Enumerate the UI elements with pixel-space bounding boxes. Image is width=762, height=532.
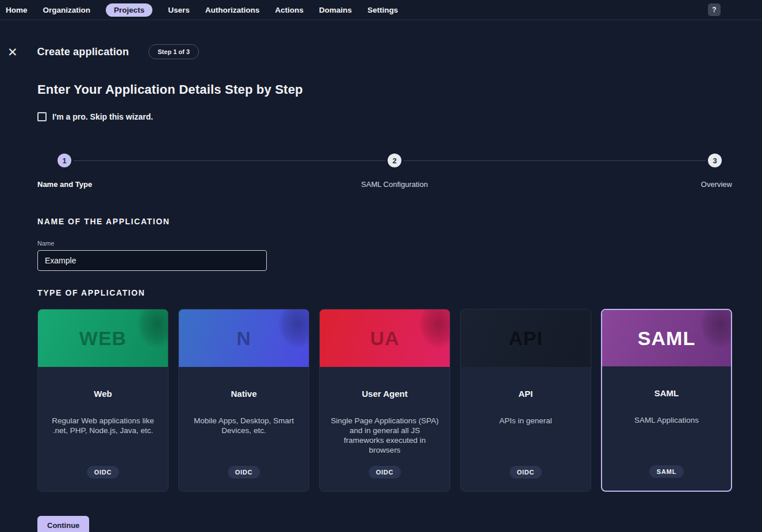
header-blob-decoration (700, 309, 732, 349)
continue-button[interactable]: Continue (37, 516, 89, 532)
card-title: SAML (654, 388, 679, 398)
card-header-saml: SAML (602, 310, 731, 366)
top-navigation: Home Organization Projects Users Authori… (0, 0, 762, 20)
card-description: Mobile Apps, Desktop, Smart Devices, etc… (188, 416, 300, 435)
nav-item-settings[interactable]: Settings (367, 6, 398, 14)
nav-item-home[interactable]: Home (6, 6, 28, 14)
card-body: API APIs in general OIDC (461, 367, 591, 491)
step-circle-2[interactable]: 2 (388, 154, 401, 167)
card-title: User Agent (362, 389, 407, 399)
card-title: Web (94, 389, 112, 399)
help-button[interactable]: ? (708, 3, 721, 16)
card-title: API (518, 389, 533, 399)
card-initials: UA (370, 327, 399, 350)
header-blob-decoration (278, 309, 309, 349)
app-type-card-grid: WEB Web Regular Web applications like .n… (37, 309, 732, 492)
card-description: Single Page Applications (SPA) and in ge… (329, 416, 441, 455)
name-section: NAME OF THE APPLICATION Name (37, 217, 732, 271)
card-header-api: API (461, 309, 591, 367)
card-description: Regular Web applications like .net, PHP,… (47, 416, 159, 435)
card-header-native: N (179, 309, 309, 367)
name-field-label: Name (37, 240, 732, 247)
card-header-web: WEB (38, 309, 168, 367)
nav-item-organization[interactable]: Organization (43, 6, 91, 14)
nav-item-users[interactable]: Users (168, 6, 190, 14)
step-progress-badge: Step 1 of 3 (148, 44, 199, 59)
close-icon[interactable]: ✕ (7, 46, 18, 58)
skip-wizard-checkbox[interactable] (37, 112, 47, 121)
card-body: User Agent Single Page Applications (SPA… (320, 367, 450, 491)
stepper-line (404, 160, 706, 161)
step-circle-1[interactable]: 1 (58, 154, 71, 167)
wizard-stepper: 1 2 3 Name and Type SAML Configuration O… (37, 154, 732, 192)
app-type-card-user-agent[interactable]: UA User Agent Single Page Applications (… (319, 309, 450, 492)
type-section-title: TYPE OF APPLICATION (37, 288, 732, 297)
wizard-content: Enter Your Application Details Step by S… (0, 82, 762, 532)
protocol-badge: OIDC (87, 466, 120, 479)
page-title: Create application (37, 46, 129, 58)
nav-item-domains[interactable]: Domains (319, 6, 352, 14)
name-section-title: NAME OF THE APPLICATION (37, 217, 732, 226)
protocol-badge: OIDC (510, 466, 542, 479)
nav-item-projects[interactable]: Projects (106, 3, 152, 17)
protocol-badge: SAML (649, 465, 684, 478)
card-initials: API (508, 327, 543, 350)
app-type-card-web[interactable]: WEB Web Regular Web applications like .n… (37, 309, 169, 492)
card-initials: N (236, 327, 251, 350)
name-input[interactable] (37, 250, 267, 271)
page-header: ✕ Create application Step 1 of 3 (0, 20, 762, 59)
card-initials: SAML (638, 327, 695, 350)
card-body: SAML SAML Applications SAML (602, 366, 731, 491)
skip-wizard-row: I'm a pro. Skip this wizard. (37, 112, 732, 121)
card-title: Native (231, 389, 256, 399)
step-circle-3[interactable]: 3 (708, 154, 722, 167)
header-blob-decoration (137, 309, 169, 349)
header-blob-decoration (419, 309, 450, 349)
nav-item-authorizations[interactable]: Authorizations (205, 6, 260, 14)
card-description: SAML Applications (634, 415, 699, 425)
card-description: APIs in general (499, 416, 552, 426)
type-section: TYPE OF APPLICATION WEB Web Regular Web … (37, 288, 732, 492)
footer-actions: Continue (37, 516, 732, 532)
card-header-user-agent: UA (320, 309, 450, 367)
card-body: Native Mobile Apps, Desktop, Smart Devic… (179, 367, 309, 491)
nav-item-actions[interactable]: Actions (275, 6, 304, 14)
app-type-card-saml[interactable]: SAML SAML SAML Applications SAML (601, 309, 732, 492)
step-label-name-and-type: Name and Type (37, 180, 92, 189)
card-body: Web Regular Web applications like .net, … (38, 367, 168, 491)
skip-wizard-label: I'm a pro. Skip this wizard. (52, 112, 153, 121)
card-initials: WEB (79, 327, 127, 350)
stepper-line (74, 160, 385, 161)
protocol-badge: OIDC (369, 466, 401, 479)
app-type-card-api[interactable]: API API APIs in general OIDC (460, 309, 591, 492)
protocol-badge: OIDC (228, 466, 261, 479)
wizard-heading: Enter Your Application Details Step by S… (37, 82, 732, 97)
step-label-saml-configuration: SAML Configuration (361, 180, 428, 189)
app-type-card-native[interactable]: N Native Mobile Apps, Desktop, Smart Dev… (178, 309, 309, 492)
step-label-overview: Overview (701, 180, 732, 189)
